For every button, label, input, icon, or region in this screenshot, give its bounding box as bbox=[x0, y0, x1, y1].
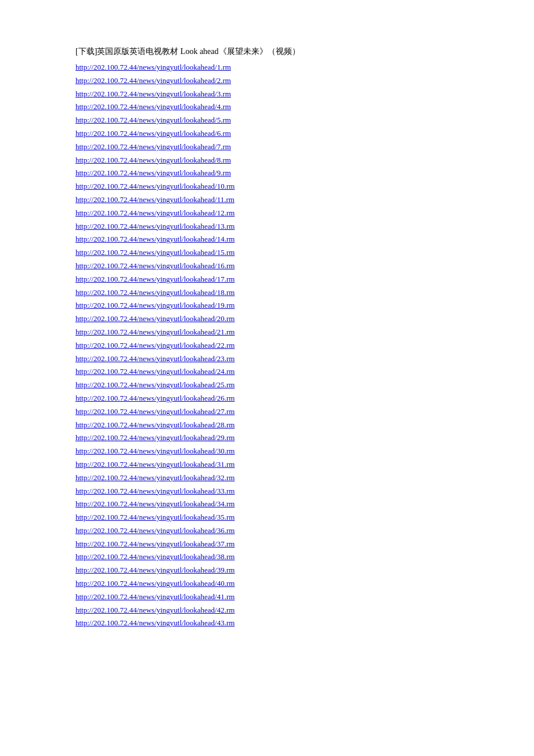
link-item[interactable]: http://202.100.72.44/news/yingyutl/looka… bbox=[75, 551, 511, 563]
link-item[interactable]: http://202.100.72.44/news/yingyutl/looka… bbox=[75, 128, 511, 140]
link-item[interactable]: http://202.100.72.44/news/yingyutl/looka… bbox=[75, 498, 511, 510]
link-item[interactable]: http://202.100.72.44/news/yingyutl/looka… bbox=[75, 379, 511, 391]
link-item[interactable]: http://202.100.72.44/news/yingyutl/looka… bbox=[75, 221, 511, 233]
link-item[interactable]: http://202.100.72.44/news/yingyutl/looka… bbox=[75, 194, 511, 206]
link-item[interactable]: http://202.100.72.44/news/yingyutl/looka… bbox=[75, 326, 511, 339]
link-list: http://202.100.72.44/news/yingyutl/looka… bbox=[75, 62, 511, 629]
link-item[interactable]: http://202.100.72.44/news/yingyutl/looka… bbox=[75, 445, 511, 458]
link-item[interactable]: http://202.100.72.44/news/yingyutl/looka… bbox=[75, 617, 511, 629]
link-item[interactable]: http://202.100.72.44/news/yingyutl/looka… bbox=[75, 604, 511, 617]
link-item[interactable]: http://202.100.72.44/news/yingyutl/looka… bbox=[75, 260, 511, 272]
link-item[interactable]: http://202.100.72.44/news/yingyutl/looka… bbox=[75, 273, 511, 286]
link-item[interactable]: http://202.100.72.44/news/yingyutl/looka… bbox=[75, 591, 511, 603]
page-title: [下载]英国原版英语电视教材 Look ahead《展望未来》（视频） bbox=[75, 46, 511, 57]
link-item[interactable]: http://202.100.72.44/news/yingyutl/looka… bbox=[75, 512, 511, 524]
link-item[interactable]: http://202.100.72.44/news/yingyutl/looka… bbox=[75, 538, 511, 550]
link-item[interactable]: http://202.100.72.44/news/yingyutl/looka… bbox=[75, 485, 511, 498]
link-item[interactable]: http://202.100.72.44/news/yingyutl/looka… bbox=[75, 287, 511, 299]
link-item[interactable]: http://202.100.72.44/news/yingyutl/looka… bbox=[75, 353, 511, 365]
link-item[interactable]: http://202.100.72.44/news/yingyutl/looka… bbox=[75, 88, 511, 100]
link-item[interactable]: http://202.100.72.44/news/yingyutl/looka… bbox=[75, 432, 511, 444]
link-item[interactable]: http://202.100.72.44/news/yingyutl/looka… bbox=[75, 75, 511, 87]
link-item[interactable]: http://202.100.72.44/news/yingyutl/looka… bbox=[75, 419, 511, 431]
link-item[interactable]: http://202.100.72.44/news/yingyutl/looka… bbox=[75, 313, 511, 325]
link-item[interactable]: http://202.100.72.44/news/yingyutl/looka… bbox=[75, 154, 511, 167]
link-item[interactable]: http://202.100.72.44/news/yingyutl/looka… bbox=[75, 525, 511, 537]
link-item[interactable]: http://202.100.72.44/news/yingyutl/looka… bbox=[75, 114, 511, 127]
link-item[interactable]: http://202.100.72.44/news/yingyutl/looka… bbox=[75, 101, 511, 113]
link-item[interactable]: http://202.100.72.44/news/yingyutl/looka… bbox=[75, 393, 511, 405]
link-item[interactable]: http://202.100.72.44/news/yingyutl/looka… bbox=[75, 247, 511, 259]
link-item[interactable]: http://202.100.72.44/news/yingyutl/looka… bbox=[75, 340, 511, 352]
link-item[interactable]: http://202.100.72.44/news/yingyutl/looka… bbox=[75, 472, 511, 484]
link-item[interactable]: http://202.100.72.44/news/yingyutl/looka… bbox=[75, 141, 511, 153]
link-item[interactable]: http://202.100.72.44/news/yingyutl/looka… bbox=[75, 366, 511, 378]
link-item[interactable]: http://202.100.72.44/news/yingyutl/looka… bbox=[75, 459, 511, 471]
link-item[interactable]: http://202.100.72.44/news/yingyutl/looka… bbox=[75, 207, 511, 219]
link-item[interactable]: http://202.100.72.44/news/yingyutl/looka… bbox=[75, 300, 511, 312]
link-item[interactable]: http://202.100.72.44/news/yingyutl/looka… bbox=[75, 181, 511, 193]
link-item[interactable]: http://202.100.72.44/news/yingyutl/looka… bbox=[75, 62, 511, 74]
link-item[interactable]: http://202.100.72.44/news/yingyutl/looka… bbox=[75, 578, 511, 590]
link-item[interactable]: http://202.100.72.44/news/yingyutl/looka… bbox=[75, 564, 511, 577]
link-item[interactable]: http://202.100.72.44/news/yingyutl/looka… bbox=[75, 406, 511, 418]
link-item[interactable]: http://202.100.72.44/news/yingyutl/looka… bbox=[75, 167, 511, 179]
link-item[interactable]: http://202.100.72.44/news/yingyutl/looka… bbox=[75, 233, 511, 246]
